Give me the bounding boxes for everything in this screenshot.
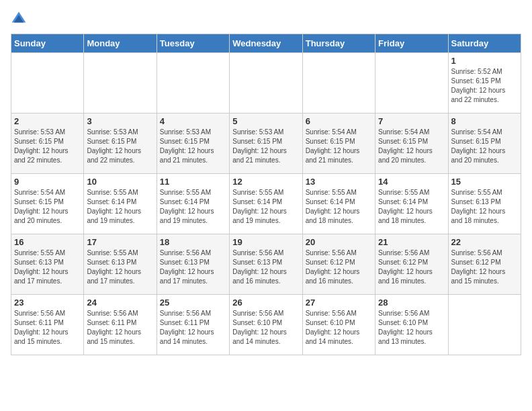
day-number: 23	[14, 298, 81, 308]
day-info: Sunrise: 5:53 AM Sunset: 6:15 PM Dayligh…	[14, 128, 81, 165]
logo	[11, 11, 30, 27]
day-info: Sunrise: 5:55 AM Sunset: 6:14 PM Dayligh…	[160, 188, 226, 226]
calendar-cell: 20Sunrise: 5:56 AM Sunset: 6:12 PM Dayli…	[302, 234, 375, 295]
calendar-cell: 10Sunrise: 5:55 AM Sunset: 6:14 PM Dayli…	[84, 174, 157, 234]
calendar-cell	[302, 53, 375, 113]
day-info: Sunrise: 5:53 AM Sunset: 6:15 PM Dayligh…	[87, 128, 153, 165]
calendar-cell: 3Sunrise: 5:53 AM Sunset: 6:15 PM Daylig…	[84, 113, 157, 174]
day-number: 1	[451, 56, 518, 66]
day-number: 6	[306, 116, 372, 126]
calendar-cell	[448, 295, 521, 355]
day-number: 9	[14, 177, 81, 187]
day-info: Sunrise: 5:56 AM Sunset: 6:10 PM Dayligh…	[378, 309, 445, 347]
column-header-wednesday: Wednesday	[230, 34, 302, 53]
day-info: Sunrise: 5:56 AM Sunset: 6:11 PM Dayligh…	[14, 309, 81, 347]
calendar-cell	[230, 53, 302, 113]
calendar-table: SundayMondayTuesdayWednesdayThursdayFrid…	[11, 34, 521, 355]
day-number: 20	[306, 237, 372, 247]
day-number: 4	[160, 116, 226, 126]
day-number: 24	[87, 298, 153, 308]
calendar-cell	[375, 53, 448, 113]
calendar-cell: 16Sunrise: 5:55 AM Sunset: 6:13 PM Dayli…	[11, 234, 84, 295]
calendar-cell: 28Sunrise: 5:56 AM Sunset: 6:10 PM Dayli…	[375, 295, 448, 355]
calendar-cell: 14Sunrise: 5:55 AM Sunset: 6:14 PM Dayli…	[375, 174, 448, 234]
day-number: 27	[306, 298, 372, 308]
calendar-cell: 27Sunrise: 5:56 AM Sunset: 6:10 PM Dayli…	[302, 295, 375, 355]
day-number: 18	[160, 237, 226, 247]
calendar-cell: 7Sunrise: 5:54 AM Sunset: 6:15 PM Daylig…	[375, 113, 448, 174]
day-info: Sunrise: 5:56 AM Sunset: 6:12 PM Dayligh…	[306, 248, 372, 286]
calendar-cell: 12Sunrise: 5:55 AM Sunset: 6:14 PM Dayli…	[230, 174, 302, 234]
calendar-cell: 11Sunrise: 5:55 AM Sunset: 6:14 PM Dayli…	[157, 174, 229, 234]
day-number: 10	[87, 177, 153, 187]
day-info: Sunrise: 5:53 AM Sunset: 6:15 PM Dayligh…	[232, 128, 299, 165]
day-info: Sunrise: 5:56 AM Sunset: 6:11 PM Dayligh…	[160, 309, 226, 347]
day-info: Sunrise: 5:54 AM Sunset: 6:15 PM Dayligh…	[306, 128, 372, 165]
day-number: 3	[87, 116, 153, 126]
day-info: Sunrise: 5:56 AM Sunset: 6:13 PM Dayligh…	[160, 248, 226, 286]
calendar-cell: 2Sunrise: 5:53 AM Sunset: 6:15 PM Daylig…	[11, 113, 84, 174]
column-header-monday: Monday	[84, 34, 157, 53]
calendar-cell: 8Sunrise: 5:54 AM Sunset: 6:15 PM Daylig…	[448, 113, 521, 174]
day-number: 16	[14, 237, 81, 247]
day-info: Sunrise: 5:55 AM Sunset: 6:13 PM Dayligh…	[87, 248, 153, 286]
calendar-cell	[11, 53, 84, 113]
day-info: Sunrise: 5:53 AM Sunset: 6:15 PM Dayligh…	[160, 128, 226, 165]
calendar-cell: 5Sunrise: 5:53 AM Sunset: 6:15 PM Daylig…	[230, 113, 302, 174]
day-info: Sunrise: 5:56 AM Sunset: 6:13 PM Dayligh…	[232, 248, 299, 286]
day-info: Sunrise: 5:55 AM Sunset: 6:14 PM Dayligh…	[378, 188, 445, 226]
calendar-cell: 1Sunrise: 5:52 AM Sunset: 6:15 PM Daylig…	[448, 53, 521, 113]
calendar-cell: 4Sunrise: 5:53 AM Sunset: 6:15 PM Daylig…	[157, 113, 229, 174]
calendar-cell: 26Sunrise: 5:56 AM Sunset: 6:10 PM Dayli…	[230, 295, 302, 355]
calendar-header-row: SundayMondayTuesdayWednesdayThursdayFrid…	[11, 34, 521, 53]
week-row-2: 2Sunrise: 5:53 AM Sunset: 6:15 PM Daylig…	[11, 113, 521, 174]
calendar-cell: 17Sunrise: 5:55 AM Sunset: 6:13 PM Dayli…	[84, 234, 157, 295]
column-header-friday: Friday	[375, 34, 448, 53]
calendar-cell: 23Sunrise: 5:56 AM Sunset: 6:11 PM Dayli…	[11, 295, 84, 355]
calendar-cell: 9Sunrise: 5:54 AM Sunset: 6:15 PM Daylig…	[11, 174, 84, 234]
calendar-cell: 15Sunrise: 5:55 AM Sunset: 6:13 PM Dayli…	[448, 174, 521, 234]
day-number: 12	[232, 177, 299, 187]
week-row-4: 16Sunrise: 5:55 AM Sunset: 6:13 PM Dayli…	[11, 234, 521, 295]
day-info: Sunrise: 5:55 AM Sunset: 6:14 PM Dayligh…	[306, 188, 372, 226]
day-info: Sunrise: 5:55 AM Sunset: 6:13 PM Dayligh…	[14, 248, 81, 286]
day-number: 8	[451, 116, 518, 126]
day-info: Sunrise: 5:55 AM Sunset: 6:14 PM Dayligh…	[232, 188, 299, 226]
calendar-cell: 25Sunrise: 5:56 AM Sunset: 6:11 PM Dayli…	[157, 295, 229, 355]
day-number: 22	[451, 237, 518, 247]
calendar-cell: 18Sunrise: 5:56 AM Sunset: 6:13 PM Dayli…	[157, 234, 229, 295]
week-row-5: 23Sunrise: 5:56 AM Sunset: 6:11 PM Dayli…	[11, 295, 521, 355]
column-header-saturday: Saturday	[448, 34, 521, 53]
day-number: 7	[378, 116, 445, 126]
column-header-tuesday: Tuesday	[157, 34, 229, 53]
day-info: Sunrise: 5:56 AM Sunset: 6:11 PM Dayligh…	[87, 309, 153, 347]
week-row-3: 9Sunrise: 5:54 AM Sunset: 6:15 PM Daylig…	[11, 174, 521, 234]
day-info: Sunrise: 5:56 AM Sunset: 6:10 PM Dayligh…	[306, 309, 372, 347]
day-number: 14	[378, 177, 445, 187]
calendar-cell: 6Sunrise: 5:54 AM Sunset: 6:15 PM Daylig…	[302, 113, 375, 174]
column-header-thursday: Thursday	[302, 34, 375, 53]
week-row-1: 1Sunrise: 5:52 AM Sunset: 6:15 PM Daylig…	[11, 53, 521, 113]
day-number: 25	[160, 298, 226, 308]
day-info: Sunrise: 5:56 AM Sunset: 6:10 PM Dayligh…	[232, 309, 299, 347]
calendar-cell: 22Sunrise: 5:56 AM Sunset: 6:12 PM Dayli…	[448, 234, 521, 295]
logo-icon	[11, 11, 27, 27]
day-info: Sunrise: 5:54 AM Sunset: 6:15 PM Dayligh…	[451, 128, 518, 165]
calendar-cell: 24Sunrise: 5:56 AM Sunset: 6:11 PM Dayli…	[84, 295, 157, 355]
column-header-sunday: Sunday	[11, 34, 84, 53]
day-info: Sunrise: 5:55 AM Sunset: 6:13 PM Dayligh…	[451, 188, 518, 226]
calendar-cell: 13Sunrise: 5:55 AM Sunset: 6:14 PM Dayli…	[302, 174, 375, 234]
day-info: Sunrise: 5:55 AM Sunset: 6:14 PM Dayligh…	[87, 188, 153, 226]
calendar-cell: 19Sunrise: 5:56 AM Sunset: 6:13 PM Dayli…	[230, 234, 302, 295]
page-header	[11, 11, 521, 27]
day-info: Sunrise: 5:56 AM Sunset: 6:12 PM Dayligh…	[378, 248, 445, 286]
calendar-cell	[84, 53, 157, 113]
day-number: 5	[232, 116, 299, 126]
day-info: Sunrise: 5:56 AM Sunset: 6:12 PM Dayligh…	[451, 248, 518, 286]
day-number: 2	[14, 116, 81, 126]
day-number: 13	[306, 177, 372, 187]
day-number: 11	[160, 177, 226, 187]
calendar-cell	[157, 53, 229, 113]
day-number: 19	[232, 237, 299, 247]
day-info: Sunrise: 5:54 AM Sunset: 6:15 PM Dayligh…	[378, 128, 445, 165]
